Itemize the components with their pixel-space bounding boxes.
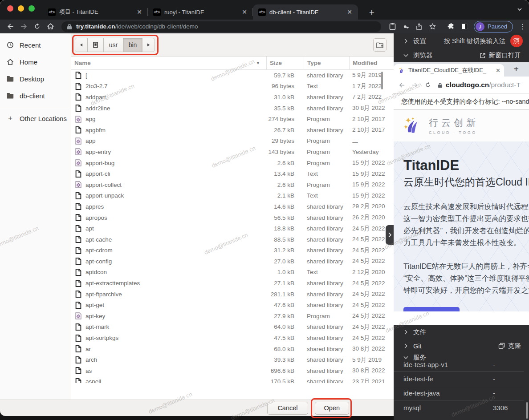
reload-icon[interactable] bbox=[30, 21, 44, 32]
column-header-name[interactable]: Name ▼ bbox=[71, 57, 266, 69]
sidebar-item-desktop[interactable]: Desktop bbox=[0, 70, 71, 87]
close-window-button[interactable] bbox=[7, 5, 13, 12]
service-row[interactable]: ide-test-java- bbox=[394, 386, 524, 400]
file-type: Text bbox=[304, 192, 349, 199]
table-row[interactable]: addpart31.0 kBshared library7 2月 2022 bbox=[71, 92, 394, 103]
mini-url-bar[interactable]: cloudtogo.cn/product-T bbox=[438, 81, 521, 89]
key-icon[interactable] bbox=[399, 21, 412, 32]
file-size: 281.1 kB bbox=[266, 291, 304, 298]
menu-dots-icon[interactable]: ⋮ bbox=[516, 23, 529, 31]
new-folder-button[interactable] bbox=[373, 38, 387, 52]
path-back-icon[interactable] bbox=[75, 38, 88, 52]
column-header-type[interactable]: Type bbox=[304, 57, 349, 69]
breadcrumb-segment-bin[interactable]: bin bbox=[123, 38, 142, 52]
panel-collapse-handle[interactable] bbox=[386, 225, 394, 245]
side-panel-icon[interactable] bbox=[458, 21, 471, 32]
sidebar-item-recent[interactable]: Recent bbox=[0, 36, 71, 53]
table-row[interactable]: ar68.0 kBshared library30 8月 2022 bbox=[71, 343, 394, 355]
maximize-window-button[interactable] bbox=[28, 5, 35, 12]
share-icon[interactable] bbox=[412, 21, 426, 32]
table-row[interactable]: apgbfm26.7 kBshared library2 10月 2017 bbox=[71, 125, 394, 136]
table-row[interactable]: apt-config27.0 kBshared library24 5月 202… bbox=[71, 256, 394, 267]
clipboard-icon[interactable] bbox=[386, 21, 399, 32]
panel-scrollbar[interactable] bbox=[526, 402, 528, 419]
column-headers: Name ▼ Size Type Modified bbox=[71, 57, 394, 70]
filesystem-root-icon[interactable] bbox=[87, 38, 104, 52]
minimize-window-button[interactable] bbox=[18, 5, 24, 12]
column-header-modified[interactable]: Modified bbox=[349, 57, 394, 69]
table-row[interactable]: apt-ftparchive281.1 kBshared library24 5… bbox=[71, 289, 394, 300]
ime-badge[interactable]: 演 bbox=[510, 35, 523, 47]
table-row[interactable]: appres14.6 kBshared library29 2月 2020 bbox=[71, 201, 394, 212]
tab-close-icon[interactable]: ✕ bbox=[346, 8, 354, 16]
table-row[interactable]: apg274 bytesProgram2 10月 2017 bbox=[71, 113, 394, 125]
table-row[interactable]: apt-key27.9 kBProgram24 5月 2022 bbox=[71, 311, 394, 322]
mini-tab-close-icon[interactable]: ✕ bbox=[496, 67, 501, 74]
table-row[interactable]: as696.6 kBshared library30 8月 2022 bbox=[71, 365, 394, 376]
open-new-window-button[interactable]: 新窗口打开 bbox=[480, 51, 521, 60]
table-row[interactable]: apport-collect2.6 kBProgram15 9月 2022 bbox=[71, 179, 394, 190]
forward-icon[interactable] bbox=[17, 21, 30, 32]
table-row[interactable]: apt-get47.6 kBshared library24 5月 2022 bbox=[71, 299, 394, 311]
table-row[interactable]: 2to3-2.796 bytesText1 7月 2022 bbox=[71, 81, 394, 92]
browser-tab[interactable]: <t>项目 - TitanIDE✕ bbox=[43, 4, 148, 20]
browser-tab[interactable]: <t>ruoyi - TitanIDE✕ bbox=[148, 4, 253, 20]
table-row[interactable]: apt-sortpkgs47.5 kBshared library24 5月 2… bbox=[71, 332, 394, 343]
service-row[interactable]: mysql3306 bbox=[394, 400, 524, 415]
file-modified: 30 8月 2022 bbox=[349, 345, 394, 353]
mini-reload-icon[interactable] bbox=[421, 81, 434, 89]
mini-back-icon[interactable] bbox=[395, 81, 408, 89]
tab-close-icon[interactable]: ✕ bbox=[240, 8, 248, 16]
mini-forward-icon[interactable] bbox=[408, 81, 421, 89]
table-row[interactable]: app29 bytesProgram二 bbox=[71, 136, 394, 147]
tab-close-icon[interactable]: ✕ bbox=[135, 8, 143, 16]
table-row[interactable]: [59.7 kBshared library5 9月 2019 bbox=[71, 70, 394, 81]
download-button[interactable]: 马上下载 bbox=[403, 307, 460, 311]
bookmark-star-icon[interactable] bbox=[426, 21, 439, 32]
git-clone-button[interactable]: 克隆 bbox=[498, 342, 521, 350]
table-row[interactable]: apt-mark64.0 kBshared library24 5月 2022 bbox=[71, 322, 394, 333]
sidebar-item-other-locations[interactable]: + Other Locations bbox=[0, 110, 71, 127]
table-row[interactable]: apport-cli13.4 kBText15 9月 2022 bbox=[71, 168, 394, 179]
table-row[interactable]: aspell170.5 kBshared library23 7月 2021 bbox=[71, 376, 394, 383]
extensions-icon[interactable] bbox=[444, 21, 458, 32]
settings-section-row[interactable]: 设置 按 Shift 键切换输入法 演 bbox=[394, 33, 529, 48]
open-button[interactable]: Open bbox=[315, 402, 349, 415]
table-row[interactable]: apt-extracttemplates27.1 kBshared librar… bbox=[71, 278, 394, 289]
browser-tab[interactable]: <t>db-client - TitanIDE✕ bbox=[253, 4, 358, 20]
table-row[interactable]: apropos56.5 kBshared library26 2月 2020 bbox=[71, 212, 394, 223]
cancel-button[interactable]: Cancel bbox=[267, 402, 308, 415]
file-list-scrollbar[interactable] bbox=[381, 72, 383, 89]
browser-section-row[interactable]: 浏览器 新窗口打开 bbox=[394, 48, 529, 62]
path-forward-icon[interactable] bbox=[142, 38, 155, 52]
table-row[interactable]: apt-cdrom31.2 kBshared library24 5月 2022 bbox=[71, 245, 394, 256]
git-section-row[interactable]: Git 克隆 bbox=[394, 339, 529, 353]
services-section-row[interactable]: 服务 bbox=[394, 353, 524, 362]
column-header-size[interactable]: Size bbox=[266, 57, 304, 69]
sidebar-item-home[interactable]: Home bbox=[0, 53, 71, 70]
profile-chip[interactable]: J Paused bbox=[474, 21, 513, 32]
service-row[interactable]: ide-test-fe- bbox=[394, 372, 524, 386]
files-section-row[interactable]: 文件 bbox=[394, 325, 529, 339]
breadcrumb-segment-usr[interactable]: usr bbox=[103, 38, 123, 52]
table-row[interactable]: apport-bug2.6 kBProgram15 9月 2022 bbox=[71, 158, 394, 169]
table-row[interactable]: arch39.3 kBshared library5 9月 2019 bbox=[71, 354, 394, 365]
table-row[interactable]: apport-unpack2.1 kBText15 9月 2022 bbox=[71, 190, 394, 202]
table-row[interactable]: aptdcon1.0 kBText2 12月 2020 bbox=[71, 267, 394, 278]
service-name: ide-test-fe bbox=[403, 375, 433, 383]
mini-new-tab-button[interactable]: + bbox=[510, 64, 522, 75]
mini-tab[interactable]: TitanIDE_CloudIDE_在线IDE_ ✕ bbox=[394, 64, 504, 77]
url-path: /ide/web/coding/db-client/demo bbox=[115, 23, 198, 30]
new-tab-button[interactable]: + bbox=[366, 7, 378, 19]
home-icon[interactable] bbox=[44, 21, 57, 32]
table-row[interactable]: addr2line35.5 kBshared library30 8月 2022 bbox=[71, 103, 394, 114]
open-in-new-icon bbox=[480, 52, 486, 59]
table-row[interactable]: app-entry143 bytesProgramYesterday bbox=[71, 146, 394, 158]
table-row[interactable]: apt18.8 kBshared library24 5月 2022 bbox=[71, 223, 394, 234]
service-port: - bbox=[493, 375, 495, 383]
url-bar[interactable]: try.titanide.cn/ide/web/coding/db-client… bbox=[61, 21, 381, 32]
sidebar-item-db-client[interactable]: db-client bbox=[0, 87, 71, 104]
tab-search-chevron-icon[interactable] bbox=[517, 6, 523, 12]
table-row[interactable]: apt-cache88.5 kBshared library24 5月 2022 bbox=[71, 234, 394, 245]
back-icon[interactable] bbox=[4, 21, 17, 32]
